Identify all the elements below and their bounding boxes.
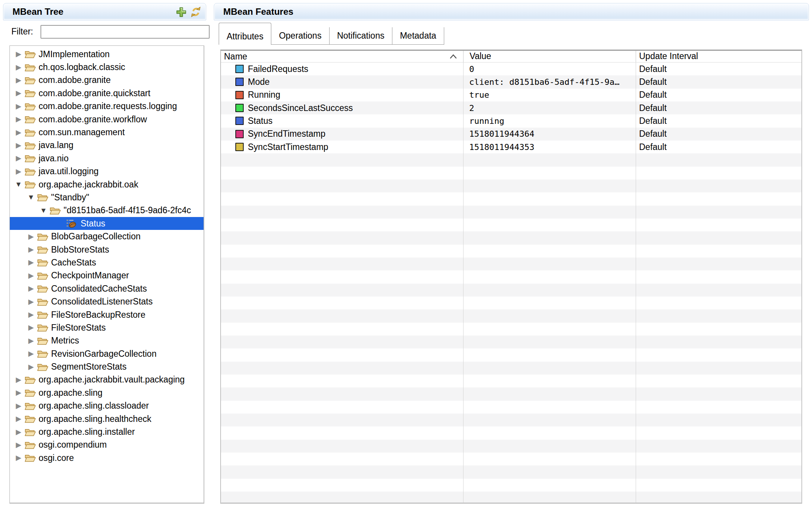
expand-arrow-icon[interactable]: ▶ <box>27 269 35 282</box>
attribute-name: FailedRequests <box>248 64 308 74</box>
tree-item[interactable]: ▶ org.apache.jackrabbit.vault.packaging <box>10 373 204 386</box>
expand-arrow-icon[interactable]: ▶ <box>27 230 35 243</box>
folder-icon <box>37 336 48 346</box>
tree-item[interactable]: ▶ ConsolidatedCacheStats <box>10 282 204 295</box>
mbean-tree-title: MBean Tree <box>3 6 64 17</box>
collapse-arrow-icon[interactable]: ▼ <box>39 204 48 217</box>
tab-metadata[interactable]: Metadata <box>392 27 444 45</box>
tree-item[interactable]: ▶ com.adobe.granite <box>10 74 204 87</box>
expand-arrow-icon[interactable]: ▶ <box>14 373 23 386</box>
expand-arrow-icon[interactable]: ▶ <box>27 361 35 373</box>
tree-item[interactable]: ▶ Metrics <box>10 334 204 347</box>
attribute-name-cell: Running <box>221 90 463 100</box>
tree-item[interactable]: ▶ com.adobe.granite.requests.logging <box>10 100 204 113</box>
collapse-arrow-icon[interactable]: ▼ <box>14 178 23 191</box>
tree-item[interactable]: ▼ org.apache.jackrabbit.oak <box>10 178 204 191</box>
expand-arrow-icon[interactable]: ▶ <box>27 347 35 360</box>
tree-item[interactable]: ▶ SegmentStoreStats <box>10 360 204 373</box>
tree-item[interactable]: ▶ com.sun.management <box>10 126 204 139</box>
attribute-name-cell: SyncEndTimestamp <box>221 129 463 139</box>
expand-arrow-icon[interactable]: ▶ <box>14 400 23 412</box>
attribute-value: 0 <box>463 64 636 74</box>
tree-item[interactable]: ▶ org.apache.sling.classloader <box>10 400 204 412</box>
expand-arrow-icon[interactable]: ▶ <box>14 48 23 61</box>
folder-icon <box>24 88 36 98</box>
expand-arrow-icon[interactable]: ▶ <box>14 439 23 451</box>
attribute-row[interactable]: Running true Default <box>221 89 801 101</box>
expand-arrow-icon[interactable]: ▶ <box>14 152 23 165</box>
folder-icon <box>24 128 36 137</box>
folder-icon <box>37 245 48 254</box>
column-header-update-interval[interactable]: Update Interval <box>636 51 801 62</box>
attribute-update-interval: Default <box>636 64 801 74</box>
expand-arrow-icon[interactable]: ▶ <box>14 412 23 425</box>
expand-arrow-icon[interactable]: ▶ <box>27 308 35 321</box>
attribute-row[interactable]: SyncEndTimestamp 1518011944364 Default <box>221 128 801 141</box>
tree-item[interactable]: ▶ JMImplementation <box>10 48 204 61</box>
expand-arrow-icon[interactable]: ▶ <box>14 100 23 113</box>
tree-item[interactable]: ▶ FileStoreStats <box>10 321 204 334</box>
tree-item[interactable]: ▶ java.util.logging <box>10 165 204 178</box>
expand-arrow-icon[interactable]: ▶ <box>14 126 23 139</box>
folder-icon <box>24 401 36 411</box>
tree-item[interactable]: ▼ "d8151ba6-5adf-4f15-9ad6-2fc4c <box>10 204 204 217</box>
tree-item[interactable]: ▶ RevisionGarbageCollection <box>10 347 204 360</box>
tree-item[interactable]: ▶ CheckpointManager <box>10 269 204 282</box>
expand-arrow-icon[interactable]: ▶ <box>27 282 35 295</box>
expand-arrow-icon[interactable]: ▶ <box>14 165 23 178</box>
tab-notifications[interactable]: Notifications <box>330 27 392 45</box>
tree-item[interactable]: ▶ ConsolidatedListenerStats <box>10 295 204 308</box>
folder-icon <box>37 258 48 267</box>
filter-input[interactable] <box>40 25 210 39</box>
tree-item[interactable]: ▶ java.lang <box>10 139 204 152</box>
expand-arrow-icon[interactable]: ▶ <box>14 61 23 74</box>
expand-arrow-icon[interactable]: ▶ <box>27 295 35 308</box>
folder-icon <box>24 62 36 72</box>
refresh-icon[interactable] <box>190 6 202 18</box>
tree-item[interactable]: ▶ org.apache.sling.healthcheck <box>10 412 204 425</box>
tab-attributes[interactable]: Attributes <box>219 23 271 45</box>
tree-item[interactable]: ▶ osgi.compendium <box>10 439 204 451</box>
folder-icon <box>37 323 48 333</box>
tree-item[interactable]: ▶ org.apache.sling <box>10 386 204 399</box>
attributes-table: Name Value Update Interval FailedRequest… <box>220 50 802 504</box>
tab-operations[interactable]: Operations <box>271 27 330 45</box>
tree-item[interactable]: ▶ com.adobe.granite.workflow <box>10 113 204 126</box>
collapse-arrow-icon[interactable]: ▼ <box>27 191 35 204</box>
tree-item[interactable]: Status <box>10 217 204 230</box>
expand-arrow-icon[interactable]: ▶ <box>14 386 23 399</box>
attribute-row[interactable]: FailedRequests 0 Default <box>221 62 801 75</box>
attribute-row[interactable]: Mode client: d8151ba6-5adf-4f15-9a… Defa… <box>221 75 801 88</box>
column-header-name[interactable]: Name <box>221 51 463 62</box>
attribute-type-swatch <box>235 91 244 99</box>
attribute-row[interactable]: SecondsSinceLastSuccess 2 Default <box>221 101 801 114</box>
column-header-value[interactable]: Value <box>463 51 636 62</box>
expand-arrow-icon[interactable]: ▶ <box>14 451 23 464</box>
folder-icon <box>37 349 48 359</box>
tree-item[interactable]: ▶ CacheStats <box>10 256 204 269</box>
folder-icon <box>37 362 48 372</box>
tree-item[interactable]: ▶ java.nio <box>10 152 204 165</box>
tree-item[interactable]: ▶ osgi.core <box>10 451 204 464</box>
expand-arrow-icon[interactable]: ▶ <box>27 334 35 347</box>
attribute-row[interactable]: Status running Default <box>221 114 801 127</box>
tree-item[interactable]: ▶ ch.qos.logback.classic <box>10 61 204 73</box>
tree-item[interactable]: ▶ BlobStoreStats <box>10 243 204 256</box>
tree-item[interactable]: ▶ BlobGarbageCollection <box>10 230 204 243</box>
add-mbean-icon[interactable] <box>176 6 187 18</box>
expand-arrow-icon[interactable]: ▶ <box>14 113 23 126</box>
expand-arrow-icon[interactable]: ▶ <box>27 256 35 269</box>
expand-arrow-icon[interactable]: ▶ <box>27 243 35 256</box>
expand-arrow-icon[interactable]: ▶ <box>27 321 35 334</box>
expand-arrow-icon[interactable]: ▶ <box>14 74 23 87</box>
expand-arrow-icon[interactable]: ▶ <box>14 87 23 100</box>
tree-item[interactable]: ▶ FileStoreBackupRestore <box>10 308 204 321</box>
mbean-icon <box>66 219 78 229</box>
expand-arrow-icon[interactable]: ▶ <box>14 139 23 152</box>
attribute-row[interactable]: SyncStartTimestamp 1518011944353 Default <box>221 141 801 153</box>
tree-item[interactable]: ▼ "Standby" <box>10 191 204 204</box>
tree-item[interactable]: ▶ org.apache.sling.installer <box>10 425 204 438</box>
folder-icon <box>24 101 36 111</box>
expand-arrow-icon[interactable]: ▶ <box>14 426 23 439</box>
tree-item[interactable]: ▶ com.adobe.granite.quickstart <box>10 87 204 100</box>
